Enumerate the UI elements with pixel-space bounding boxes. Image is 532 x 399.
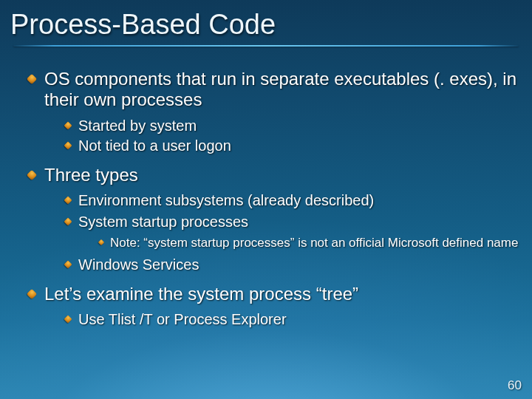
bullet-text: Let’s examine the system process “tree” xyxy=(44,284,358,304)
bullet-list-level2: Use Tlist /T or Process Explorer xyxy=(65,310,519,330)
bullet-text: Windows Services xyxy=(78,256,199,273)
bullet-l1: Three types Environment subsystems (alre… xyxy=(28,165,519,275)
bullet-text: OS components that run in separate execu… xyxy=(44,69,516,109)
bullet-l1: OS components that run in separate execu… xyxy=(28,69,519,156)
slide-title: Process-Based Code xyxy=(10,9,519,41)
bullet-l3: Note: “system startup processes” is not … xyxy=(99,236,519,251)
bullet-l2: Environment subsystems (already describe… xyxy=(65,191,519,211)
slide: Process-Based Code OS components that ru… xyxy=(0,0,532,399)
bullet-list-level2: Environment subsystems (already describe… xyxy=(65,191,519,275)
bullet-l2: Use Tlist /T or Process Explorer xyxy=(65,310,519,330)
bullet-l1: Let’s examine the system process “tree” … xyxy=(28,284,519,330)
bullet-text: Started by system xyxy=(78,117,197,134)
bullet-l2: Not tied to a user logon xyxy=(65,137,519,156)
bullet-l2: System startup processes Note: “system s… xyxy=(65,213,519,251)
bullet-l2: Windows Services xyxy=(65,256,519,275)
bullet-text: Not tied to a user logon xyxy=(78,137,231,154)
page-number: 60 xyxy=(508,378,522,393)
bullet-text: System startup processes xyxy=(78,214,248,230)
bullet-list-level3: Note: “system startup processes” is not … xyxy=(99,236,519,251)
bullet-l2: Started by system xyxy=(65,117,519,136)
bullet-text: Environment subsystems (already describe… xyxy=(78,192,374,208)
bullet-text: Three types xyxy=(44,165,138,185)
bullet-text: Use Tlist /T or Process Explorer xyxy=(78,311,287,327)
bullet-list-level2: Started by system Not tied to a user log… xyxy=(65,117,519,156)
bullet-list-level1: OS components that run in separate execu… xyxy=(28,69,519,330)
title-underline xyxy=(13,45,519,47)
bullet-text: Note: “system startup processes” is not … xyxy=(110,236,518,250)
